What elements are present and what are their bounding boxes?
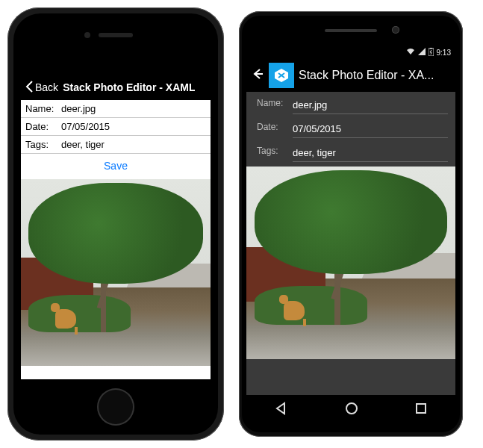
svg-rect-1 — [430, 48, 432, 49]
nav-home-icon[interactable] — [344, 401, 359, 419]
date-row: Date: — [246, 116, 455, 140]
ios-form: Name: Date: Tags: Save — [21, 100, 211, 179]
date-input[interactable] — [293, 122, 448, 138]
chevron-left-icon — [25, 81, 35, 95]
android-action-bar: Stack Photo Editor - XA... — [246, 59, 455, 92]
page-title: Stack Photo Editor - XA... — [299, 69, 451, 82]
status-time: 9:13 — [437, 49, 451, 57]
speaker — [325, 29, 377, 32]
iphone-device: Back Stack Photo Editor - XAML Name: Dat… — [7, 7, 224, 441]
save-button[interactable]: Save — [21, 154, 211, 179]
android-form: Name: Date: Tags: — [246, 92, 455, 395]
tags-input[interactable] — [61, 139, 206, 150]
iphone-screen: Back Stack Photo Editor - XAML Name: Dat… — [21, 61, 211, 379]
photo-preview — [21, 179, 211, 366]
tags-label: Tags: — [25, 139, 61, 150]
name-label: Name: — [25, 103, 61, 114]
name-input[interactable] — [293, 98, 448, 114]
signal-icon — [418, 48, 426, 57]
android-device: 9:13 Stack Photo Editor - XA... Name: — [239, 11, 463, 437]
page-title: Stack Photo Editor - XAML — [63, 81, 195, 93]
svg-point-3 — [346, 403, 357, 414]
back-label: Back — [35, 81, 58, 93]
wifi-icon — [406, 48, 415, 57]
android-screen: 9:13 Stack Photo Editor - XA... Name: — [246, 46, 455, 425]
tags-row: Tags: — [21, 136, 211, 154]
tags-label: Tags: — [257, 146, 290, 162]
tags-row: Tags: — [246, 140, 455, 164]
iphone-body: Back Stack Photo Editor - XAML Name: Dat… — [13, 13, 218, 435]
app-logo — [269, 63, 294, 88]
date-row: Date: — [21, 118, 211, 136]
android-system-nav — [246, 395, 455, 425]
battery-icon — [429, 48, 434, 57]
ios-status-bar — [21, 61, 211, 75]
name-label: Name: — [257, 98, 290, 114]
front-camera — [84, 32, 90, 38]
front-camera — [392, 26, 399, 34]
date-label: Date: — [25, 121, 61, 132]
deer-icon — [55, 309, 76, 329]
name-input[interactable] — [61, 103, 206, 114]
name-row: Name: — [21, 100, 211, 118]
svg-rect-4 — [417, 404, 426, 413]
date-input[interactable] — [61, 121, 206, 132]
date-label: Date: — [257, 122, 290, 138]
ios-nav-bar: Back Stack Photo Editor - XAML — [21, 75, 211, 100]
android-body: 9:13 Stack Photo Editor - XA... Name: — [242, 16, 460, 432]
home-button[interactable] — [97, 388, 134, 426]
deer-icon — [284, 301, 305, 320]
nav-back-icon[interactable] — [274, 401, 289, 419]
back-arrow-icon[interactable] — [251, 67, 264, 84]
tags-input[interactable] — [293, 146, 448, 162]
nav-recent-icon[interactable] — [414, 402, 428, 418]
photo-preview — [246, 167, 455, 359]
earpiece — [99, 33, 133, 37]
android-status-bar: 9:13 — [246, 46, 455, 59]
back-button[interactable]: Back — [21, 81, 63, 95]
name-row: Name: — [246, 92, 455, 116]
